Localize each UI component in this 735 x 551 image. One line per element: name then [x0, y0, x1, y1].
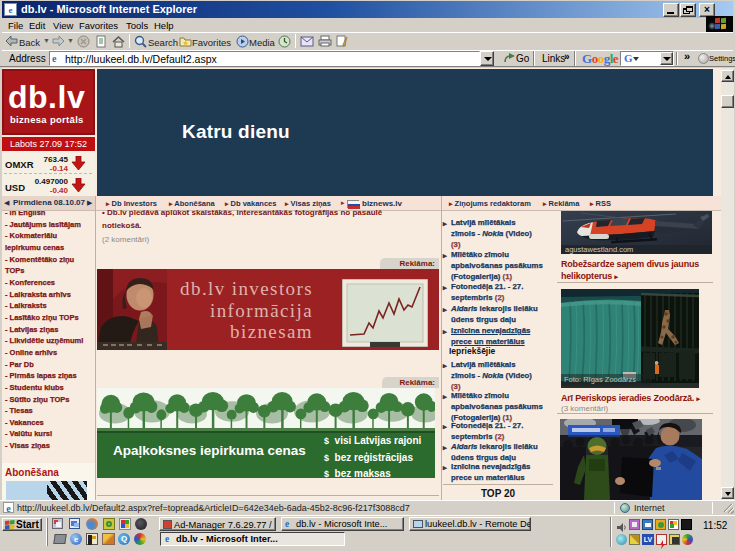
svg-text:Foto: Rīgas Zoodārzs: Foto: Rīgas Zoodārzs [564, 375, 636, 384]
svg-text:agustawestland.com: agustawestland.com [565, 245, 633, 254]
